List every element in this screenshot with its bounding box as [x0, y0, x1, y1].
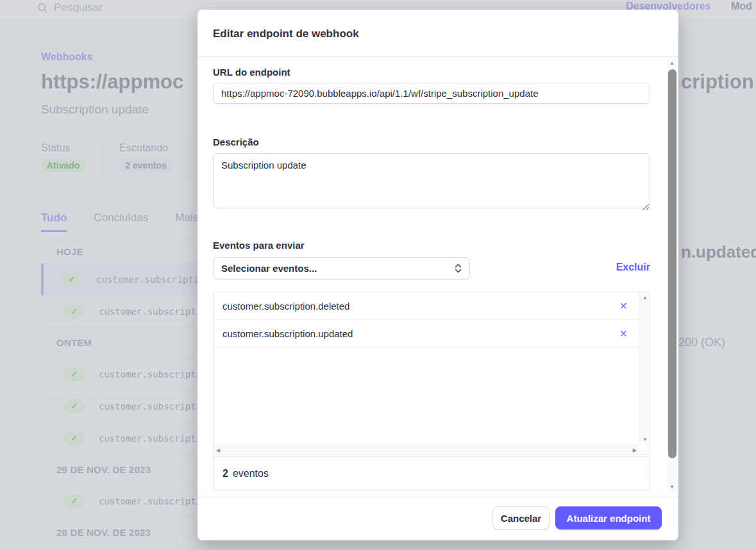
scroll-down-icon[interactable]: ▼	[643, 437, 648, 442]
select-events-placeholder: Selecionar eventos...	[221, 263, 317, 274]
events-field-label: Eventos para enviar	[213, 240, 305, 251]
screen: Pesquisar Desenvolvedores Mod Webhooks h…	[0, 0, 756, 550]
scroll-up-icon[interactable]: ▲	[643, 296, 648, 301]
chevron-updown-icon	[455, 263, 462, 273]
events-vertical-scrollbar[interactable]: ▲ ▼	[639, 292, 650, 446]
header-divider	[197, 56, 678, 57]
cancel-button[interactable]: Cancelar	[492, 506, 550, 529]
resize-handle-icon[interactable]	[643, 204, 649, 210]
events-horizontal-scrollbar[interactable]: ◀ ▶	[214, 446, 639, 454]
select-events-dropdown[interactable]: Selecionar eventos...	[213, 257, 470, 279]
delete-endpoint-link[interactable]: Excluir	[601, 262, 650, 273]
remove-event-icon[interactable]: ✕	[619, 300, 628, 312]
dialog-title: Editar endpoint de webhook	[213, 28, 359, 40]
selected-event-row: customer.subscription.updated ✕	[214, 320, 639, 347]
modal-scrollbar-thumb[interactable]	[668, 69, 676, 458]
event-name: customer.subscription.deleted	[223, 301, 349, 312]
remove-event-icon[interactable]: ✕	[619, 328, 628, 340]
update-endpoint-button[interactable]: Atualizar endpoint	[555, 506, 662, 529]
events-count-bar: 2 eventos	[213, 456, 650, 490]
scroll-up-icon[interactable]: ▲	[669, 61, 675, 66]
selected-event-row: customer.subscription.deleted ✕	[214, 292, 639, 320]
selected-events-rows: customer.subscription.deleted ✕ customer…	[214, 292, 639, 446]
selected-events-list: customer.subscription.deleted ✕ customer…	[213, 292, 650, 455]
footer-divider	[197, 497, 678, 497]
edit-webhook-dialog: Editar endpoint de webhook URL do endpoi…	[197, 10, 678, 540]
events-count-label: eventos	[233, 468, 269, 479]
url-field-label: URL do endpoint	[213, 67, 290, 78]
scroll-left-icon[interactable]: ◀	[216, 448, 220, 453]
scroll-down-icon[interactable]: ▼	[669, 485, 675, 490]
description-field-label: Descrição	[213, 137, 259, 147]
scroll-right-icon[interactable]: ▶	[633, 448, 637, 453]
event-name: customer.subscription.updated	[223, 328, 353, 339]
url-input[interactable]	[213, 83, 650, 104]
description-textarea[interactable]: Subscription update	[213, 153, 650, 208]
events-count-number: 2	[223, 468, 228, 479]
